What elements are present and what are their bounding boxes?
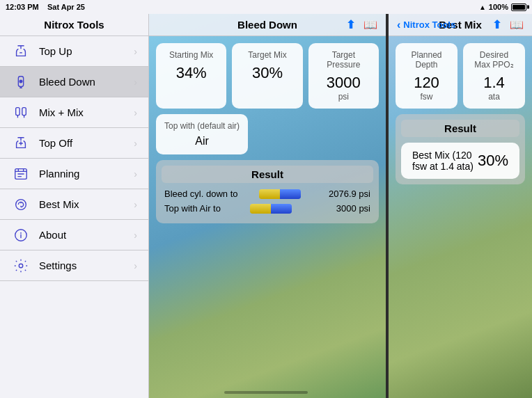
right-book-icon[interactable]: 📖 xyxy=(510,18,524,31)
right-result-section: Result Best Mix (120 fsw at 1.4 ata) 30% xyxy=(396,114,525,184)
about-icon xyxy=(11,225,31,245)
center-cards-row: Starting Mix 34% Target Mix 30% Target P… xyxy=(156,43,379,109)
battery-icon xyxy=(511,3,526,11)
top-air-value: 3000 psi xyxy=(322,203,370,214)
status-time-date: 12:03 PM Sat Apr 25 xyxy=(6,3,85,11)
starting-mix-value: 34% xyxy=(164,64,218,82)
planned-depth-card[interactable]: Planned Depth 120 fsw xyxy=(396,43,457,109)
bleed-bar xyxy=(259,189,301,199)
status-date: Sat Apr 25 xyxy=(47,3,85,11)
svg-point-5 xyxy=(16,199,26,209)
target-pressure-value: 3000 xyxy=(317,74,370,92)
center-result-section: Result Bleed cyl. down to 2076.9 psi Top… xyxy=(156,160,379,223)
center-panel: Bleed Down ⬆ 📖 Starting Mix 34% Target M… xyxy=(149,14,386,398)
bar-yellow-2 xyxy=(250,204,271,214)
battery-fill xyxy=(513,5,525,10)
top-off-label: Top Off xyxy=(39,137,134,149)
top-with-title: Top with (default air) xyxy=(164,121,240,131)
best-mix-icon xyxy=(11,195,31,214)
desired-ppo2-unit: ata xyxy=(471,92,517,102)
planning-label: Planning xyxy=(39,168,134,180)
bleed-value: 2076.9 psi xyxy=(322,189,370,199)
svg-point-1 xyxy=(19,80,22,83)
panel-divider xyxy=(386,14,389,398)
status-right: ▲ 100% xyxy=(479,3,526,11)
bleed-label: Bleed cyl. down to xyxy=(164,189,238,199)
result-row-top: Top with Air to 3000 psi xyxy=(162,203,373,214)
bleed-down-label: Bleed Down xyxy=(39,76,134,88)
desired-ppo2-card[interactable]: Desired Max PPO₂ 1.4 ata xyxy=(463,43,525,109)
share-icon[interactable]: ⬆ xyxy=(346,18,355,31)
sidebar-item-top-up[interactable]: Top Up › xyxy=(0,36,148,67)
about-label: About xyxy=(39,229,134,241)
main-content: Nitrox Tools Top Up › Bleed Down xyxy=(0,14,532,398)
settings-chevron: › xyxy=(134,260,137,271)
top-up-icon xyxy=(11,42,31,61)
right-result-card: Best Mix (120 fsw at 1.4 ata) 30% xyxy=(401,143,519,179)
right-result-header: Result xyxy=(401,120,519,137)
planned-depth-unit: fsw xyxy=(404,92,449,102)
center-header-actions: ⬆ 📖 xyxy=(346,18,377,31)
sidebar: Nitrox Tools Top Up › Bleed Down xyxy=(0,14,149,398)
sidebar-item-mix-plus-mix[interactable]: Mix + Mix › xyxy=(0,97,148,128)
desired-ppo2-title: Desired Max PPO₂ xyxy=(471,50,517,70)
center-panel-header: Bleed Down ⬆ 📖 xyxy=(149,14,386,36)
best-mix-chevron: › xyxy=(134,199,137,210)
bleed-down-icon xyxy=(11,72,31,92)
planning-chevron: › xyxy=(134,168,137,180)
svg-point-7 xyxy=(19,264,23,268)
sidebar-header: Nitrox Tools xyxy=(0,14,148,36)
bar-blue-2 xyxy=(271,204,292,214)
bar-yellow xyxy=(259,189,280,199)
right-share-icon[interactable]: ⬆ xyxy=(492,18,501,31)
settings-icon xyxy=(11,256,31,276)
target-pressure-card[interactable]: Target Pressure 3000 psi xyxy=(308,43,379,109)
target-mix-title: Target Mix xyxy=(240,50,294,60)
top-off-icon xyxy=(11,134,31,153)
bleed-down-chevron: › xyxy=(134,77,137,88)
starting-mix-card[interactable]: Starting Mix 34% xyxy=(156,43,226,109)
top-with-card[interactable]: Top with (default air) Air xyxy=(156,114,248,154)
target-pressure-title: Target Pressure xyxy=(317,50,370,70)
top-air-label: Top with Air to xyxy=(164,203,221,214)
sidebar-item-about[interactable]: About › xyxy=(0,220,148,250)
battery-percent: 100% xyxy=(489,3,508,11)
target-pressure-unit: psi xyxy=(317,92,370,102)
back-label[interactable]: Nitrox Tools xyxy=(403,19,455,30)
sidebar-title: Nitrox Tools xyxy=(44,19,104,31)
svg-rect-2 xyxy=(16,107,20,115)
sidebar-item-bleed-down[interactable]: Bleed Down › xyxy=(0,67,148,97)
back-chevron-icon: ‹ xyxy=(397,19,400,31)
target-mix-card[interactable]: Target Mix 30% xyxy=(232,43,302,109)
right-header-actions: ⬆ 📖 xyxy=(492,18,524,31)
sidebar-item-planning[interactable]: Planning › xyxy=(0,159,148,189)
sidebar-item-best-mix[interactable]: Best Mix › xyxy=(0,189,148,220)
svg-rect-3 xyxy=(22,107,26,115)
sidebar-item-top-off[interactable]: Top Off › xyxy=(0,128,148,159)
back-button[interactable]: ‹ Nitrox Tools xyxy=(397,19,455,31)
best-mix-label: Best Mix xyxy=(39,198,134,210)
starting-mix-title: Starting Mix xyxy=(164,50,218,60)
right-panel: ‹ Nitrox Tools Best Mix ⬆ 📖 Planned Dept… xyxy=(389,14,532,398)
home-indicator xyxy=(224,391,308,394)
right-panel-header: ‹ Nitrox Tools Best Mix ⬆ 📖 xyxy=(389,14,532,36)
bar-blue xyxy=(280,189,301,199)
status-time: 12:03 PM xyxy=(6,3,39,11)
sidebar-item-settings[interactable]: Settings › xyxy=(0,250,148,281)
top-up-label: Top Up xyxy=(39,45,134,57)
book-icon[interactable]: 📖 xyxy=(363,18,377,31)
status-bar: 12:03 PM Sat Apr 25 ▲ 100% xyxy=(0,0,532,14)
mix-plus-mix-chevron: › xyxy=(134,107,137,118)
top-off-chevron: › xyxy=(134,138,137,149)
wifi-icon: ▲ xyxy=(479,3,486,11)
planned-depth-value: 120 xyxy=(404,74,449,92)
about-chevron: › xyxy=(134,230,137,241)
settings-label: Settings xyxy=(39,260,134,271)
right-result-label: Best Mix (120 fsw at 1.4 ata) xyxy=(412,150,478,172)
target-mix-value: 30% xyxy=(240,64,294,82)
center-panel-content: Starting Mix 34% Target Mix 30% Target P… xyxy=(149,36,386,398)
mix-plus-mix-label: Mix + Mix xyxy=(39,106,134,118)
mix-plus-mix-icon xyxy=(11,103,31,122)
right-result-value: 30% xyxy=(478,152,508,170)
right-panel-content: Planned Depth 120 fsw Desired Max PPO₂ 1… xyxy=(389,36,532,398)
